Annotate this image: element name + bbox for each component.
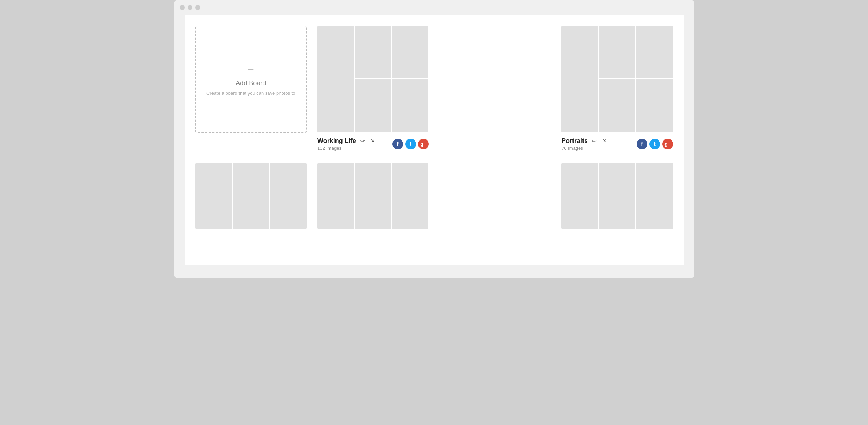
add-board-title: Add Board <box>236 80 266 87</box>
board-image <box>599 26 635 78</box>
board-nature-images <box>561 163 673 229</box>
board-portraits-images <box>561 26 673 133</box>
board-image <box>317 26 354 132</box>
board-portraits-count: 76 Images <box>561 145 608 151</box>
board-image <box>636 26 673 78</box>
board-image <box>355 163 391 229</box>
board-working-life: Working Life 102 Images f t <box>317 26 429 152</box>
board-image <box>233 163 269 229</box>
pencil-icon <box>592 138 597 144</box>
board-image <box>392 79 428 132</box>
board-working-life-count: 102 Images <box>317 145 376 151</box>
add-board-subtitle: Create a board that you can save photos … <box>206 91 295 96</box>
board-image <box>355 79 391 132</box>
board-image <box>195 163 232 229</box>
board-image <box>599 79 635 132</box>
board-architecture <box>195 163 307 229</box>
add-board-icon: ＋ <box>246 62 256 76</box>
app-window: ＋ Add Board Create a board that you can … <box>174 0 694 278</box>
board-emotions <box>317 163 429 229</box>
board-portraits-footer: Portraits 76 Images f t <box>561 133 673 152</box>
traffic-light-minimize[interactable] <box>188 5 192 10</box>
board-image <box>561 26 598 132</box>
board-emotions-images <box>317 163 429 229</box>
board-working-life-name: Working Life <box>317 137 356 145</box>
facebook-share-button[interactable]: f <box>637 139 647 149</box>
pencil-icon <box>360 138 365 144</box>
board-portraits-info: Portraits 76 Images <box>561 137 608 151</box>
edit-board-working-life-button[interactable] <box>359 137 366 145</box>
board-architecture-images <box>195 163 307 229</box>
board-portraits-name: Portraits <box>561 137 588 145</box>
board-image <box>636 79 673 132</box>
add-board-card[interactable]: ＋ Add Board Create a board that you can … <box>195 26 307 133</box>
board-working-life-images <box>317 26 429 133</box>
board-working-life-social: f t g+ <box>392 139 429 149</box>
boards-grid-row2 <box>195 163 673 229</box>
googleplus-share-button[interactable]: g+ <box>662 139 673 149</box>
board-image <box>599 163 635 229</box>
board-portraits-social: f t g+ <box>637 139 673 149</box>
board-working-life-info: Working Life 102 Images <box>317 137 376 151</box>
board-image <box>636 163 673 229</box>
close-icon <box>371 138 375 144</box>
board-portraits: Portraits 76 Images f t <box>561 26 673 152</box>
edit-board-portraits-button[interactable] <box>591 137 598 145</box>
delete-board-working-life-button[interactable] <box>369 137 376 145</box>
board-image <box>317 163 354 229</box>
board-portraits-title-row: Portraits <box>561 137 608 145</box>
close-icon <box>602 138 607 144</box>
title-bar <box>174 0 694 15</box>
board-image <box>355 26 391 78</box>
twitter-share-button[interactable]: t <box>649 139 660 149</box>
boards-grid-row1: ＋ Add Board Create a board that you can … <box>195 26 673 152</box>
board-image <box>270 163 307 229</box>
board-image <box>392 163 428 229</box>
googleplus-share-button[interactable]: g+ <box>418 139 429 149</box>
traffic-light-fullscreen[interactable] <box>195 5 200 10</box>
board-image <box>561 163 598 229</box>
board-working-life-footer: Working Life 102 Images f t <box>317 133 429 152</box>
twitter-share-button[interactable]: t <box>405 139 416 149</box>
content-area: ＋ Add Board Create a board that you can … <box>185 15 684 265</box>
board-image <box>392 26 428 78</box>
traffic-light-close[interactable] <box>180 5 185 10</box>
delete-board-portraits-button[interactable] <box>601 137 608 145</box>
board-working-life-title-row: Working Life <box>317 137 376 145</box>
facebook-share-button[interactable]: f <box>392 139 403 149</box>
board-nature <box>561 163 673 229</box>
